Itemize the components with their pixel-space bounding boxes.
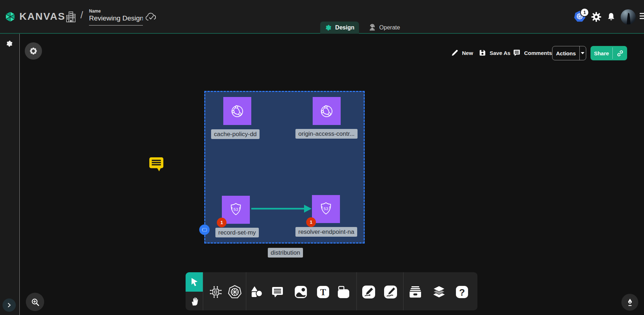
node-label-cache-policy: cache-policy-dd <box>211 129 260 139</box>
tool-comment[interactable] <box>270 284 285 300</box>
logo-text: KANVAS <box>19 11 65 22</box>
toolbar-divider <box>403 272 403 310</box>
zoom-button[interactable] <box>26 293 44 311</box>
tool-cursor[interactable] <box>186 272 203 292</box>
tool-pencil[interactable] <box>383 284 398 300</box>
node-label-origin-access-control: origin-access-contr... <box>295 129 358 139</box>
group-handle[interactable] <box>199 224 210 235</box>
cloud-saved-icon <box>145 12 158 22</box>
bottom-toolbar: T <box>186 272 477 310</box>
chevron-right-icon <box>6 302 12 308</box>
settings-button[interactable] <box>591 11 602 24</box>
tool-frame[interactable] <box>336 284 351 300</box>
node-label-record-set: record-set-my <box>215 228 259 237</box>
node-record-set[interactable]: 53 <box>222 196 250 224</box>
save-as-button-label: Save As <box>490 50 510 56</box>
actions-dropdown-label[interactable]: Actions <box>552 46 579 60</box>
toolbar-divider <box>356 272 357 310</box>
design-name-input[interactable] <box>89 14 143 26</box>
selection-rect-icon <box>202 228 207 232</box>
edge-record-set-to-resolver[interactable] <box>248 202 314 216</box>
design-name-field: Name <box>89 9 143 26</box>
text-tool-icon: T <box>316 285 330 299</box>
node-cache-policy[interactable] <box>223 97 251 125</box>
svg-text:53: 53 <box>234 207 238 212</box>
overflow-menu-button[interactable] <box>640 13 644 19</box>
node-origin-access-control[interactable] <box>313 97 341 125</box>
avatar-silhouette <box>627 13 631 24</box>
kubernetes-wheel-icon <box>227 284 242 300</box>
comments-button[interactable]: Comments <box>513 49 552 57</box>
workspace-button[interactable] <box>6 40 13 49</box>
floppy-disk-icon <box>479 49 486 57</box>
tab-operate[interactable]: Operate <box>363 22 405 34</box>
annotation-pen-button[interactable] <box>621 294 638 311</box>
canvas-menu-button[interactable] <box>25 42 42 60</box>
tool-kubernetes[interactable] <box>227 284 243 300</box>
layers-icon <box>432 285 446 299</box>
organization-button[interactable] <box>65 10 76 25</box>
tool-infrastructure[interactable] <box>208 284 224 300</box>
tab-design-label: Design <box>335 24 354 31</box>
sidebar-spiral-icon <box>6 40 13 47</box>
image-icon <box>294 285 308 299</box>
comment-marker-icon <box>149 157 164 172</box>
tool-image[interactable] <box>293 284 309 300</box>
toolbar-divider <box>246 272 246 310</box>
gear-icon <box>591 11 602 22</box>
building-icon <box>65 10 76 24</box>
tool-shapes[interactable] <box>249 284 265 300</box>
share-split-button[interactable]: Share <box>591 46 627 60</box>
copy-link-button[interactable] <box>613 46 627 60</box>
breadcrumb-separator: / <box>80 10 83 21</box>
toolbar-divider <box>203 272 203 310</box>
svg-text:T: T <box>320 287 326 297</box>
actions-dropdown[interactable]: Actions <box>552 46 586 60</box>
archive-drawer-icon <box>408 285 423 299</box>
flower-icon <box>29 47 37 55</box>
notifications-button[interactable] <box>606 12 616 23</box>
actions-dropdown-caret[interactable] <box>580 46 586 60</box>
sync-status <box>145 12 158 23</box>
sidebar-expand-button[interactable] <box>3 298 16 312</box>
tab-design[interactable]: Design <box>320 22 359 34</box>
chip-icon <box>209 285 223 299</box>
tool-help[interactable]: ? <box>454 284 470 300</box>
k8s-notification-badge[interactable]: 1 <box>580 8 589 17</box>
group-label-distribution: distribution <box>268 248 303 258</box>
user-avatar[interactable] <box>621 9 636 24</box>
top-bar: KANVAS / Name <box>0 0 644 34</box>
canvas-comment-marker[interactable] <box>149 157 164 173</box>
node-resolver-endpoint[interactable]: 53 <box>312 195 340 223</box>
pencil-tool-icon <box>384 285 397 299</box>
comment-icon <box>513 49 521 57</box>
tool-pen[interactable] <box>361 284 377 300</box>
k8s-connection-button[interactable]: 1 <box>574 10 586 24</box>
design-name-label: Name <box>89 9 143 14</box>
tool-hand[interactable] <box>186 292 203 310</box>
logo-button[interactable]: KANVAS <box>5 11 65 22</box>
pencil-icon <box>451 49 459 57</box>
hand-icon <box>190 296 199 306</box>
design-spiral-icon <box>325 24 332 31</box>
frame-icon <box>337 286 350 299</box>
operator-headset-icon <box>368 24 376 32</box>
cloudfront-globe-icon <box>318 102 335 120</box>
svg-text:?: ? <box>459 287 465 298</box>
svg-text:53: 53 <box>324 207 328 211</box>
tool-text[interactable]: T <box>315 284 331 300</box>
new-button[interactable]: New <box>451 49 473 57</box>
kanvas-logo-icon <box>5 11 16 22</box>
new-button-label: New <box>462 50 473 56</box>
node-resolver-endpoint-badge[interactable]: 1 <box>306 217 316 227</box>
node-record-set-badge[interactable]: 1 <box>217 218 227 227</box>
link-icon <box>617 50 624 57</box>
design-canvas[interactable]: New Save As Comments Actions <box>20 34 644 315</box>
chevron-down-icon <box>580 52 585 55</box>
tool-archive[interactable] <box>407 284 423 300</box>
save-as-button[interactable]: Save As <box>479 49 510 57</box>
avatar <box>621 9 636 24</box>
comments-button-label: Comments <box>524 50 552 56</box>
tool-layers[interactable] <box>431 284 447 300</box>
share-button-label[interactable]: Share <box>591 46 612 60</box>
